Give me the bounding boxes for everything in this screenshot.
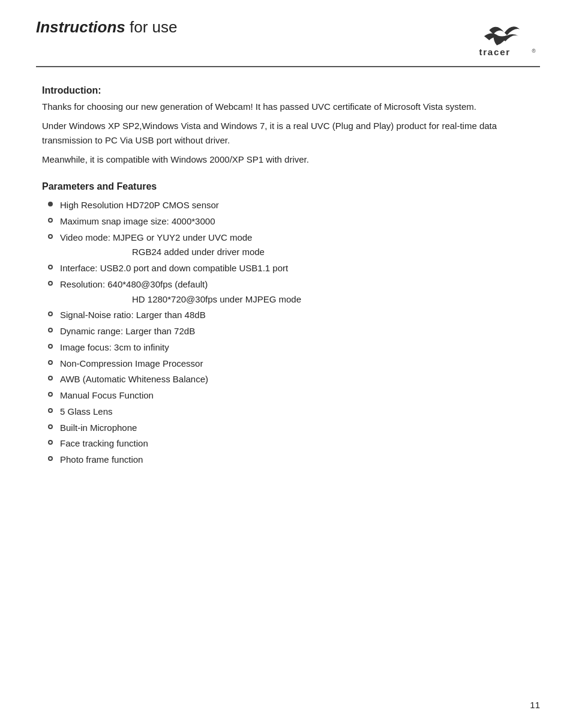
page-number: 11 [530, 700, 540, 710]
list-item: AWB (Automatic Whiteness Balance) [42, 372, 534, 387]
introduction-heading: Introduction: [42, 85, 534, 96]
list-item-text: Signal-Noise ratio: Larger than 48dB [60, 308, 534, 323]
list-item-text: Image focus: 3cm to infinity [60, 340, 534, 355]
list-item-text: Resolution: 640*480@30fps (default)HD 12… [60, 277, 534, 307]
list-item-text: Photo frame function [60, 453, 534, 468]
list-item-subtext: RGB24 added under driver mode [60, 245, 534, 260]
tracer-logo-icon: tracer ® [474, 18, 540, 60]
list-item: Face tracking function [42, 436, 534, 451]
list-item-text: Built-in Microphone [60, 421, 534, 436]
list-item: Photo frame function [42, 453, 534, 468]
list-item: Resolution: 640*480@30fps (default)HD 12… [42, 277, 534, 307]
bullet-icon [48, 376, 53, 381]
title-regular: for use [125, 18, 178, 36]
list-item-text: Non-Compression Image Processor [60, 356, 534, 372]
list-item: Signal-Noise ratio: Larger than 48dB [42, 308, 534, 323]
intro-paragraph-3: Meanwhile, it is compatible with Windows… [42, 152, 534, 167]
list-item: Non-Compression Image Processor [42, 356, 534, 372]
svg-text:®: ® [532, 48, 536, 54]
bullet-icon [48, 281, 53, 286]
page-title: Instructions for use [36, 18, 178, 37]
list-item-text: Face tracking function [60, 436, 534, 451]
bullet-icon [48, 328, 53, 332]
features-list: High Resolution HD720P CMOS sensorMaximu… [42, 198, 534, 468]
logo: tracer ® [474, 18, 540, 60]
list-item: High Resolution HD720P CMOS sensor [42, 198, 534, 213]
bullet-icon [48, 424, 53, 429]
list-item: Maximum snap image size: 4000*3000 [42, 214, 534, 229]
list-item-text: 5 Glass Lens [60, 405, 534, 420]
content-area: Introduction: Thanks for choosing our ne… [36, 85, 540, 468]
list-item-text: Video mode: MJPEG or YUY2 under UVC mode… [60, 230, 534, 260]
list-item: Interface: USB2.0 port and down compatib… [42, 261, 534, 276]
svg-text:tracer: tracer [479, 47, 510, 58]
list-item: Dynamic range: Larger than 72dB [42, 324, 534, 339]
bullet-icon [48, 218, 53, 223]
list-item: Image focus: 3cm to infinity [42, 340, 534, 355]
intro-paragraph-1: Thanks for choosing our new generation o… [42, 100, 534, 114]
bullet-icon [48, 392, 53, 397]
list-item: Video mode: MJPEG or YUY2 under UVC mode… [42, 230, 534, 260]
params-heading: Parameters and Features [42, 181, 534, 192]
bullet-icon [48, 311, 53, 316]
list-item-text: Manual Focus Function [60, 388, 534, 403]
bullet-icon [48, 202, 53, 206]
list-item-text: High Resolution HD720P CMOS sensor [60, 198, 534, 213]
intro-paragraph-2: Under Windows XP SP2,Windows Vista and W… [42, 119, 534, 148]
bullet-icon [48, 360, 53, 365]
list-item-text: AWB (Automatic Whiteness Balance) [60, 372, 534, 387]
list-item: Built-in Microphone [42, 421, 534, 436]
bullet-icon [48, 344, 53, 349]
list-item-text: Interface: USB2.0 port and down compatib… [60, 261, 534, 276]
bullet-icon [48, 234, 53, 239]
list-item-subtext: HD 1280*720@30fps under MJPEG mode [60, 292, 534, 307]
bullet-icon [48, 440, 53, 445]
list-item-text: Maximum snap image size: 4000*3000 [60, 214, 534, 229]
list-item: 5 Glass Lens [42, 405, 534, 420]
page: Instructions for use t [0, 0, 576, 728]
bullet-icon [48, 265, 53, 269]
header: Instructions for use t [36, 18, 540, 67]
bullet-icon [48, 408, 53, 413]
list-item-text: Dynamic range: Larger than 72dB [60, 324, 534, 339]
list-item: Manual Focus Function [42, 388, 534, 403]
title-bold: Instructions [36, 18, 125, 36]
bullet-icon [48, 456, 53, 461]
